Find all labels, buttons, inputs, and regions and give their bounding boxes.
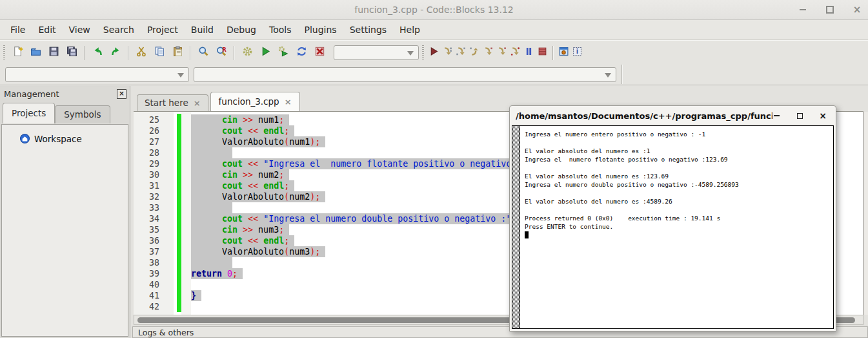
chevron-down-icon — [177, 73, 184, 78]
debug-step-into-button[interactable] — [454, 44, 468, 61]
toolbar-combobox-left[interactable] — [5, 67, 189, 82]
minimize-icon[interactable] — [798, 5, 807, 14]
toolbar-separator — [621, 65, 623, 84]
paste-button[interactable] — [168, 44, 187, 61]
debug-run-to-cursor-icon — [510, 46, 521, 59]
tab-symbols[interactable]: Symbols — [55, 105, 110, 123]
close-icon[interactable]: × — [194, 99, 201, 107]
editor-tab-start-here[interactable]: Start here× — [137, 94, 208, 111]
line-number[interactable]: 39 — [134, 268, 159, 279]
gutter-gap — [159, 169, 191, 180]
various-info-button[interactable]: i — [570, 44, 584, 61]
copy-button[interactable] — [150, 44, 168, 61]
cut-button[interactable] — [132, 44, 150, 61]
editor-tab-funcion-3-cpp[interactable]: funcion_3.cpp× — [210, 92, 300, 111]
line-number[interactable]: 35 — [134, 224, 159, 235]
debug-step-out-button[interactable] — [468, 44, 481, 61]
menu-item-plugins[interactable]: Plugins — [298, 25, 343, 35]
paste-icon — [172, 46, 183, 59]
line-number[interactable]: 37 — [134, 246, 159, 257]
main-toolbar: Ri — [0, 40, 868, 65]
close-icon[interactable]: × — [853, 5, 862, 14]
close-icon[interactable]: × — [285, 98, 292, 106]
run-icon — [260, 46, 271, 59]
debug-next-line-button[interactable] — [441, 44, 454, 61]
editor-vertical-scrollbar[interactable] — [863, 112, 868, 315]
debug-stop-button[interactable] — [536, 44, 549, 61]
save-all-icon — [66, 46, 77, 59]
line-number[interactable]: 27 — [134, 136, 159, 147]
editor-tab-label: funcion_3.cpp — [219, 96, 279, 107]
build-and-run-icon — [278, 46, 289, 59]
menu-item-view[interactable]: View — [63, 25, 97, 35]
toolbar-gripper[interactable] — [422, 45, 424, 61]
close-icon[interactable]: × — [117, 89, 126, 99]
redo-icon — [110, 46, 121, 59]
rebuild-button[interactable] — [292, 44, 310, 61]
code-line-text: ValorAboluto(num1); — [191, 136, 325, 147]
debug-step-into-instruction-button[interactable] — [495, 44, 509, 61]
code-line-text: ValorAboluto(num3); — [191, 246, 325, 257]
line-number[interactable]: 32 — [134, 191, 159, 202]
line-number[interactable]: 38 — [134, 257, 159, 268]
line-number[interactable]: 26 — [134, 125, 159, 136]
toolbar-separator — [234, 46, 235, 60]
debug-run-to-cursor-button[interactable] — [509, 44, 522, 61]
debug-step-into-icon — [456, 46, 467, 59]
debug-next-instruction-button[interactable] — [481, 44, 495, 61]
terminal-scrollbar[interactable] — [512, 126, 520, 328]
line-number[interactable]: 31 — [134, 180, 159, 191]
save-all-button[interactable] — [63, 44, 81, 61]
line-number[interactable]: 40 — [134, 279, 159, 290]
window-titlebar[interactable]: funcion_3.cpp - Code::Blocks 13.12 × — [0, 0, 868, 20]
redo-button[interactable] — [106, 44, 125, 61]
undo-button[interactable] — [88, 44, 106, 61]
debugging-windows-button[interactable] — [557, 44, 570, 61]
tree-item-workspace[interactable]: Workspace — [2, 125, 128, 144]
minimize-icon[interactable] — [772, 112, 780, 120]
new-file-button[interactable] — [8, 44, 26, 61]
toolbar-separator — [190, 46, 191, 60]
menu-item-tools[interactable]: Tools — [263, 25, 298, 35]
terminal-content: Ingresa el numero entero positivo o nega… — [512, 125, 834, 329]
build-and-run-button[interactable] — [274, 44, 292, 61]
debugging-windows-icon — [558, 46, 569, 59]
menu-item-file[interactable]: File — [4, 25, 32, 35]
abort-button[interactable] — [310, 44, 328, 61]
build-button[interactable] — [238, 44, 256, 61]
toolbar-gripper[interactable] — [3, 45, 5, 61]
debug-break-button[interactable] — [522, 44, 536, 61]
menu-item-build[interactable]: Build — [185, 25, 220, 35]
close-icon[interactable]: × — [819, 112, 827, 120]
menu-item-debug[interactable]: Debug — [220, 25, 263, 35]
gutter-gap — [159, 213, 191, 224]
menu-item-settings[interactable]: Settings — [343, 25, 393, 35]
line-number[interactable]: 41 — [134, 290, 159, 301]
save-button[interactable] — [45, 44, 63, 61]
menu-item-project[interactable]: Project — [141, 25, 185, 35]
line-number[interactable]: 28 — [134, 147, 159, 158]
find-button[interactable] — [194, 44, 212, 61]
build-target-combobox[interactable] — [334, 45, 419, 60]
debug-continue-button[interactable] — [427, 44, 441, 61]
run-button[interactable] — [256, 44, 274, 61]
menu-item-edit[interactable]: Edit — [32, 25, 62, 35]
terminal-output: Ingresa el numero entero positivo o nega… — [520, 126, 833, 328]
menu-item-search[interactable]: Search — [97, 25, 141, 35]
line-number[interactable]: 25 — [134, 114, 159, 125]
line-number[interactable]: 30 — [134, 169, 159, 180]
line-number[interactable]: 33 — [134, 202, 159, 213]
toolbar-combobox-right[interactable] — [194, 67, 616, 82]
tab-projects[interactable]: Projects — [3, 103, 55, 123]
maximize-icon[interactable] — [796, 112, 803, 120]
line-number[interactable]: 29 — [134, 158, 159, 169]
line-number[interactable]: 36 — [134, 235, 159, 246]
code-line-text: cout << endl; — [191, 235, 294, 246]
replace-button[interactable]: R — [212, 44, 230, 61]
menu-item-help[interactable]: Help — [393, 25, 427, 35]
line-number[interactable]: 34 — [134, 213, 159, 224]
terminal-titlebar[interactable]: /home/msantos/Documentos/c++/programas_c… — [510, 106, 836, 125]
open-file-button[interactable] — [26, 44, 45, 61]
line-number[interactable]: 42 — [134, 301, 159, 312]
maximize-icon[interactable] — [825, 5, 834, 14]
